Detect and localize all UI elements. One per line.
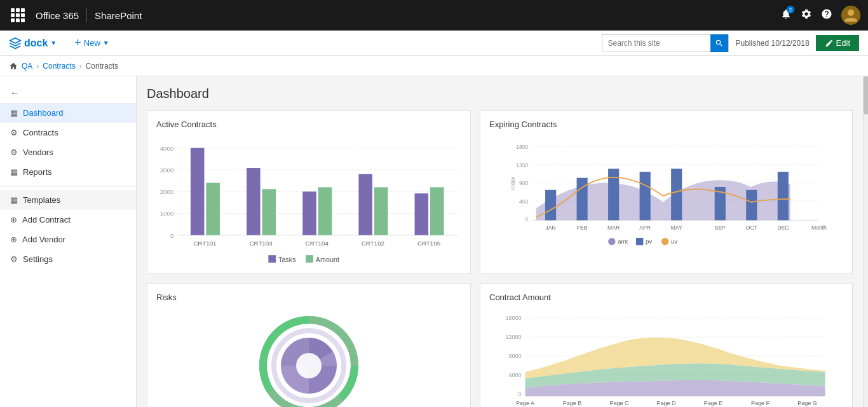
svg-text:CRT103: CRT103: [249, 240, 273, 247]
risks-card: Risks: [147, 283, 471, 407]
svg-rect-13: [206, 183, 220, 235]
svg-text:1000: 1000: [160, 210, 174, 217]
svg-rect-42: [545, 190, 556, 221]
scrollbar-track[interactable]: [863, 76, 868, 407]
svg-rect-21: [430, 187, 444, 235]
svg-rect-27: [268, 255, 276, 263]
user-avatar[interactable]: [841, 6, 860, 25]
svg-text:Page D: Page D: [656, 400, 676, 406]
active-contracts-chart: 4000 3000 2000 1000 0: [156, 135, 461, 263]
sidebar-item-add-contract[interactable]: ⊕ Add Contract: [0, 210, 136, 230]
svg-point-59: [608, 238, 615, 245]
svg-text:Tasks: Tasks: [278, 256, 296, 263]
sidebar-item-templates[interactable]: ▦ Templates: [0, 190, 136, 210]
charts-row-2: Risks: [147, 283, 853, 407]
svg-text:8000: 8000: [508, 353, 521, 359]
svg-text:1800: 1800: [516, 144, 528, 150]
breadcrumb-current: Contracts: [86, 62, 118, 71]
svg-text:16000: 16000: [505, 315, 521, 321]
svg-text:Page B: Page B: [563, 400, 582, 406]
svg-text:Month: Month: [811, 224, 827, 231]
breadcrumb-contracts[interactable]: Contracts: [43, 62, 75, 71]
content-area: Dashboard Active Contracts 4000 3000 200…: [137, 76, 863, 407]
dock-logo[interactable]: dock ▼: [9, 37, 57, 50]
svg-rect-44: [608, 169, 619, 220]
svg-text:1350: 1350: [516, 162, 528, 169]
contract-amount-chart: 16000 12000 8000 4000 0: [489, 308, 843, 407]
svg-rect-17: [318, 187, 332, 235]
search-box: [602, 34, 729, 52]
edit-button[interactable]: Edit: [816, 35, 859, 51]
breadcrumb-qa[interactable]: QA: [22, 62, 32, 71]
svg-text:DEC: DEC: [777, 224, 789, 231]
sidebar-back-button[interactable]: ←: [0, 83, 136, 103]
plus-icon: +: [74, 36, 81, 50]
svg-text:MAR: MAR: [607, 224, 620, 231]
templates-icon: ▦: [10, 195, 18, 205]
svg-text:amt: amt: [618, 238, 628, 245]
svg-text:Page A: Page A: [516, 400, 534, 406]
svg-text:Amount: Amount: [316, 256, 339, 263]
sidebar-item-settings[interactable]: ⚙ Settings: [0, 249, 136, 269]
vendors-icon: ⚙: [10, 148, 18, 157]
notifications-icon[interactable]: 2: [780, 8, 792, 22]
breadcrumb-sep2: ›: [79, 62, 82, 71]
sidebar-item-reports[interactable]: ▦ Reports: [0, 162, 136, 182]
svg-text:MAY: MAY: [671, 224, 682, 231]
dock-chevron-icon: ▼: [50, 39, 57, 46]
svg-text:Page E: Page E: [704, 400, 723, 406]
active-contracts-title: Active Contracts: [156, 120, 461, 129]
new-chevron-icon: ▼: [103, 39, 109, 46]
settings-icon[interactable]: [801, 8, 812, 22]
svg-text:CRT104: CRT104: [306, 240, 329, 247]
svg-text:2000: 2000: [160, 188, 174, 195]
reports-icon: ▦: [10, 167, 18, 177]
svg-rect-16: [302, 191, 316, 235]
sidebar-item-contracts[interactable]: ⚙ Contracts: [0, 123, 136, 142]
expiring-contracts-chart: 1800 1350 900 450 0 Index: [489, 135, 843, 263]
svg-text:900: 900: [519, 180, 529, 186]
svg-text:450: 450: [519, 198, 529, 205]
svg-text:Page G: Page G: [797, 400, 817, 406]
svg-rect-19: [374, 187, 388, 235]
active-contracts-card: Active Contracts 4000 3000 2000 1000 0: [147, 110, 471, 274]
charts-row-1: Active Contracts 4000 3000 2000 1000 0: [147, 110, 853, 274]
breadcrumb-bar: QA › Contracts › Contracts: [0, 56, 868, 76]
main-container: ← ▦ Dashboard ⚙ Contracts ⚙ Vendors ▦ Re…: [0, 76, 868, 407]
svg-point-69: [296, 353, 322, 378]
secondbar: dock ▼ + New ▼ Published 10/12/2018 Edit: [0, 31, 868, 56]
risks-title: Risks: [156, 293, 461, 302]
svg-point-1: [848, 10, 854, 16]
sidebar-item-add-vendor[interactable]: ⊕ Add Vendor: [0, 230, 136, 249]
svg-text:3000: 3000: [160, 167, 174, 174]
svg-text:4000: 4000: [508, 372, 521, 378]
svg-text:0: 0: [518, 391, 521, 397]
svg-rect-20: [415, 193, 429, 235]
svg-point-63: [661, 238, 668, 245]
contracts-icon: ⚙: [10, 128, 18, 137]
svg-text:0: 0: [170, 232, 174, 239]
svg-text:CRT101: CRT101: [193, 240, 216, 247]
new-button[interactable]: + New ▼: [74, 36, 109, 50]
contract-amount-card: Contract Amount 16000 12000 8000 4000 0: [480, 283, 853, 407]
help-icon[interactable]: [821, 8, 832, 22]
contract-amount-title: Contract Amount: [489, 293, 843, 302]
search-input[interactable]: [602, 39, 710, 48]
svg-text:OCT: OCT: [746, 224, 758, 231]
sidebar-item-vendors[interactable]: ⚙ Vendors: [0, 142, 136, 162]
svg-rect-18: [358, 174, 372, 235]
apps-icon[interactable]: [8, 5, 28, 25]
sidebar-item-dashboard[interactable]: ▦ Dashboard: [0, 103, 136, 123]
svg-text:APR: APR: [639, 224, 651, 231]
topbar: Office 365 SharePoint 2: [0, 0, 868, 31]
topbar-right: 2: [780, 6, 860, 25]
settings-sidebar-icon: ⚙: [10, 254, 18, 264]
svg-rect-29: [306, 255, 313, 263]
secondbar-right: Published 10/12/2018 Edit: [602, 34, 859, 52]
search-button[interactable]: [710, 34, 728, 52]
scrollbar-thumb[interactable]: [864, 76, 868, 114]
svg-text:4000: 4000: [160, 145, 174, 152]
sidebar: ← ▦ Dashboard ⚙ Contracts ⚙ Vendors ▦ Re…: [0, 76, 137, 407]
add-contract-icon: ⊕: [10, 215, 17, 224]
svg-text:0: 0: [526, 216, 529, 223]
